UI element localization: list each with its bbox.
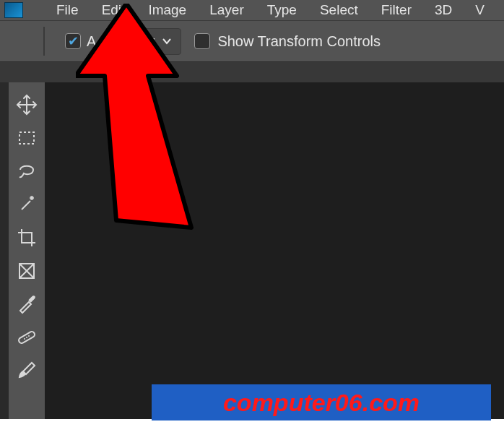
auto-select-checkbox[interactable]: ✔ A: [65, 33, 96, 50]
menu-file[interactable]: File: [45, 0, 90, 20]
svg-rect-4: [19, 132, 34, 144]
wand-icon: [16, 194, 38, 215]
menu-bar: File Edit Image Layer Type Select Filter…: [0, 0, 504, 20]
show-transform-controls-checkbox[interactable]: Show Transform Controls: [194, 33, 381, 50]
frame-tool[interactable]: [10, 254, 43, 288]
menu-layer[interactable]: Layer: [198, 0, 256, 20]
lasso-icon: [16, 160, 38, 182]
rectangular-marquee-tool[interactable]: [10, 121, 43, 155]
checkbox-unchecked-icon: [194, 33, 210, 49]
menu-label: Type: [267, 2, 297, 18]
menu-3d[interactable]: 3D: [423, 0, 464, 20]
brush-tool[interactable]: [10, 354, 43, 387]
frame-icon: [17, 261, 37, 281]
menu-label: File: [56, 2, 79, 18]
svg-point-14: [26, 337, 27, 338]
crop-icon: [16, 227, 38, 249]
app-logo-icon: [4, 2, 23, 18]
move-icon: [16, 94, 38, 116]
options-bar: ✔ A Layer Show Transform Controls: [0, 20, 504, 62]
lasso-tool[interactable]: [10, 155, 43, 188]
canvas-area[interactable]: [45, 82, 504, 419]
eyedropper-tool[interactable]: [10, 288, 43, 321]
dropdown-value: Layer: [118, 33, 155, 50]
crop-tool[interactable]: [10, 221, 43, 254]
menu-view[interactable]: V: [464, 0, 496, 20]
menu-label: Edit: [102, 2, 126, 18]
auto-select-label: A: [87, 33, 96, 50]
brush-icon: [16, 360, 38, 381]
menu-label: Layer: [209, 2, 244, 18]
magic-wand-tool[interactable]: [10, 188, 43, 221]
menu-label: 3D: [435, 2, 452, 18]
document-tab-well: [0, 62, 504, 82]
chevron-down-icon: [162, 36, 172, 46]
svg-line-5: [22, 201, 30, 210]
auto-select-target-dropdown[interactable]: Layer: [109, 28, 181, 55]
menu-edit[interactable]: Edit: [90, 0, 137, 20]
menu-image[interactable]: Image: [136, 0, 198, 20]
menu-filter[interactable]: Filter: [370, 0, 423, 20]
menu-type[interactable]: Type: [256, 0, 308, 20]
bandage-icon: [16, 327, 38, 348]
menu-label: Image: [148, 2, 186, 18]
current-tool-indicator[interactable]: [14, 27, 45, 56]
menu-label: Filter: [381, 2, 412, 18]
eyedropper-icon: [16, 293, 38, 315]
show-transform-controls-label: Show Transform Controls: [217, 33, 381, 50]
svg-point-16: [28, 335, 30, 337]
watermark-text: computer06.com: [223, 389, 420, 416]
marquee-icon: [17, 128, 37, 148]
menu-label: V: [475, 2, 485, 18]
menu-select[interactable]: Select: [308, 0, 370, 20]
tools-panel: [9, 82, 45, 419]
spot-healing-brush-tool[interactable]: [10, 321, 43, 354]
menu-label: Select: [320, 2, 358, 18]
checkbox-checked-icon: ✔: [65, 33, 81, 49]
panel-gutter: [0, 82, 9, 419]
move-tool[interactable]: [10, 88, 43, 121]
svg-point-15: [24, 338, 25, 340]
watermark: computer06.com: [152, 384, 491, 420]
